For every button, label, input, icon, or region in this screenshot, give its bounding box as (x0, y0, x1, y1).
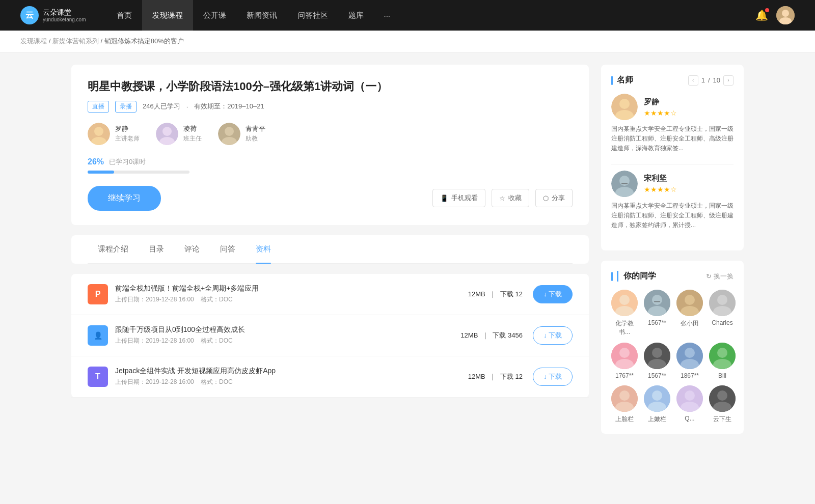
sidebar-teacher-2: 宋利坚 ★★★★☆ 国内某重点大学安全工程专业硕士，国家一级注册消防工程师、注册… (611, 171, 734, 231)
svg-point-27 (685, 295, 695, 305)
classmate-3: Charles (709, 290, 736, 337)
resource-2-name: 跟随千万级项目从0到100全过程高效成长 (115, 325, 460, 334)
teacher-2: 凌荷 班主任 (156, 123, 202, 145)
classmate-5: 1567** (644, 343, 670, 379)
logo-icon: 云 (20, 6, 39, 24)
classmate-5-name: 1567** (648, 372, 666, 379)
tab-catalog[interactable]: 目录 (139, 235, 174, 263)
refresh-icon: ↻ (706, 272, 712, 280)
teacher-page-current: 1 (701, 76, 705, 84)
classmate-8: 上脸栏 (611, 385, 638, 424)
mobile-view-button[interactable]: 📱 手机观看 (432, 189, 485, 207)
teacher-1-role: 主讲老师 (115, 134, 140, 143)
breadcrumb-current: 销冠修炼术搞定80%的客户 (104, 37, 184, 45)
progress-label: 26% 已学习0课时 (88, 157, 573, 166)
logo[interactable]: 云 云朵课堂 yunduoketang.com (20, 6, 86, 24)
download-btn-1[interactable]: ↓ 下载 (533, 285, 573, 303)
teacher-2-role: 班主任 (183, 134, 202, 143)
breadcrumb-link-series[interactable]: 新媒体营销系列 (52, 37, 99, 45)
next-teacher-btn[interactable]: › (723, 75, 734, 86)
sidebar-teacher-2-desc: 国内某重点大学安全工程专业硕士，国家一级注册消防工程师、注册安全工程师、级注册建… (611, 201, 734, 231)
teacher-1-avatar (88, 123, 110, 145)
course-title: 明星中教授课，小学阶段语法100分–强化级第1讲动词（一） (88, 79, 573, 95)
mobile-icon: 📱 (440, 194, 448, 202)
tab-resources[interactable]: 资料 (246, 235, 281, 263)
sidebar-teacher-1-desc: 国内某重点大学安全工程专业硕士，国家一级注册消防工程师、注册安全工程师、高级注册… (611, 124, 734, 154)
teacher-3-info: 青青平 助教 (246, 124, 265, 143)
action-buttons: 📱 手机观看 ☆ 收藏 ⬡ 分享 (432, 189, 573, 207)
continue-learning-button[interactable]: 继续学习 (88, 186, 161, 211)
resource-3-meta: 上传日期：2019-12-28 16:00 格式：DOC (115, 378, 468, 386)
teacher-2-name: 凌荷 (183, 124, 202, 133)
svg-point-51 (685, 390, 695, 401)
nav-home[interactable]: 首页 (106, 0, 142, 31)
nav-qa[interactable]: 问答社区 (287, 0, 338, 31)
breadcrumb-link-discover[interactable]: 发现课程 (20, 37, 47, 45)
classmate-4: 1767** (611, 343, 638, 379)
sidebar-teacher-1-avatar (611, 94, 638, 120)
resource-1-stats: 12MB ｜ 下载 12 (468, 290, 523, 299)
nav-right: 🔔 (755, 6, 795, 24)
tab-intro[interactable]: 课程介绍 (88, 235, 139, 263)
resource-item-3: T Jetpack全组件实战 开发短视频应用高仿皮皮虾App 上传日期：2019… (71, 356, 589, 398)
teacher-3-avatar (218, 123, 240, 145)
sidebar-teacher-2-name: 宋利坚 (644, 174, 677, 183)
content-left: 明星中教授课，小学阶段语法100分–强化级第1讲动词（一） 直播 录播 246人… (71, 65, 589, 444)
classmate-0-avatar (611, 290, 638, 316)
logo-text: 云朵课堂 (43, 8, 86, 17)
refresh-label: 换一换 (714, 272, 734, 281)
classmate-1-avatar (644, 290, 670, 316)
nav-discover[interactable]: 发现课程 (142, 0, 193, 31)
progress-text: 已学习0课时 (109, 157, 146, 166)
progress-section: 26% 已学习0课时 (88, 157, 573, 174)
svg-rect-18 (621, 183, 628, 184)
notification-bell[interactable]: 🔔 (755, 9, 768, 21)
classmate-2-avatar (676, 290, 703, 316)
resource-3-info: Jetpack全组件实战 开发短视频应用高仿皮皮虾App 上传日期：2019-1… (115, 367, 468, 386)
classmate-11: 云下生 (709, 385, 736, 424)
nav-more[interactable]: ··· (374, 0, 401, 31)
nav-open[interactable]: 公开课 (193, 0, 236, 31)
teacher-page-total: 10 (713, 76, 720, 84)
mobile-view-label: 手机观看 (451, 193, 478, 203)
classmate-8-avatar (611, 385, 638, 412)
breadcrumb: 发现课程 / 新媒体营销系列 / 销冠修炼术搞定80%的客户 (0, 31, 815, 52)
classmate-6: 1867** (676, 343, 703, 379)
classmate-2: 张小田 (676, 290, 703, 337)
svg-point-45 (619, 390, 630, 401)
tab-qa[interactable]: 问答 (210, 235, 246, 263)
classmate-3-avatar (709, 290, 736, 316)
classmates-card: 你的同学 ↻ 换一换 化学教书... 1 (601, 261, 744, 434)
nav-quiz[interactable]: 题库 (338, 0, 374, 31)
tab-review[interactable]: 评论 (174, 235, 210, 263)
user-avatar[interactable] (776, 6, 795, 24)
classmate-10-avatar (676, 385, 703, 412)
share-button[interactable]: ⬡ 分享 (535, 189, 573, 207)
prev-teacher-btn[interactable]: ‹ (688, 75, 698, 86)
download-btn-2[interactable]: ↓ 下载 (533, 326, 573, 345)
nav-items: 首页 发现课程 公开课 新闻资讯 问答社区 题库 ··· (106, 0, 755, 31)
share-label: 分享 (552, 193, 565, 203)
sidebar-teacher-1-stars: ★★★★☆ (644, 109, 677, 117)
svg-rect-25 (654, 301, 660, 302)
classmate-7: Bill (709, 343, 736, 379)
classmates-grid: 化学教书... 1567** 张小田 (611, 290, 734, 424)
share-icon: ⬡ (543, 194, 549, 202)
resource-2-icon: 👤 (88, 325, 108, 346)
classmate-10-name: Q... (685, 415, 694, 422)
classmate-9-avatar (644, 385, 670, 412)
svg-point-20 (619, 295, 630, 305)
resource-item-1: P 前端全栈加强版！前端全栈+全周期+多端应用 上传日期：2019-12-28 … (71, 274, 589, 315)
divider (611, 164, 734, 164)
refresh-classmates-btn[interactable]: ↻ 换一换 (706, 272, 734, 281)
teacher-nav: 名师 ‹ 1 / 10 › (611, 75, 734, 86)
favorite-button[interactable]: ☆ 收藏 (492, 189, 529, 207)
resource-1-meta: 上传日期：2019-12-28 16:00 格式：DOC (115, 295, 468, 304)
download-btn-3[interactable]: ↓ 下载 (533, 368, 573, 386)
svg-point-48 (652, 390, 662, 401)
classmate-0: 化学教书... (611, 290, 638, 337)
tabs-card: 课程介绍 目录 评论 问答 资料 (71, 235, 589, 264)
classmate-10: Q... (676, 385, 703, 424)
teacher-3: 青青平 助教 (218, 123, 265, 145)
nav-news[interactable]: 新闻资讯 (236, 0, 287, 31)
